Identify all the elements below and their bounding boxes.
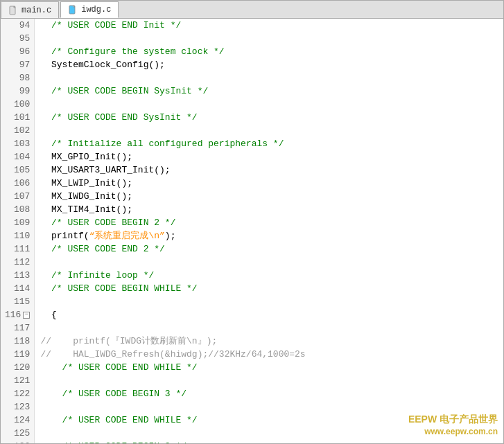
fold-marker[interactable]: − xyxy=(23,312,30,319)
code-line: /* Configure the system clock */ xyxy=(40,45,501,58)
code-line: MX_IWDG_Init(); xyxy=(40,190,501,203)
tab-bar: main.ciwdg.c xyxy=(1,1,503,19)
line-number: 106 xyxy=(5,177,30,190)
line-number: 103 xyxy=(5,137,30,150)
file-icon xyxy=(8,6,18,15)
file-icon xyxy=(68,5,78,15)
line-number: 123 xyxy=(5,400,30,414)
line-number: 126 xyxy=(5,440,30,443)
line-number: 102 xyxy=(5,124,30,137)
tab-label: main.c xyxy=(21,6,51,15)
code-lines: /* USER CODE END Init */ /* Configure th… xyxy=(35,19,503,443)
line-number: 101 xyxy=(5,111,30,124)
line-number: 124 xyxy=(5,414,30,427)
code-line xyxy=(40,321,501,335)
line-number: 100 xyxy=(5,98,30,111)
line-number: 121 xyxy=(5,374,30,387)
line-number: 116− xyxy=(5,308,30,321)
code-line xyxy=(40,374,501,387)
code-line: // printf(『IWDG计数刷新前\n』); xyxy=(40,335,501,348)
code-line: /* USER CODE END 2 */ xyxy=(40,242,501,256)
code-line: SystemClock_Config(); xyxy=(40,58,501,71)
code-line: // HAL_IWDG_Refresh(&hiwdg);//32KHz/64,1… xyxy=(40,348,501,361)
code-line: /* USER CODE BEGIN 3 */ xyxy=(40,387,501,400)
code-line: /* Infinite loop */ xyxy=(40,269,501,282)
line-number: 97 xyxy=(5,58,30,71)
line-number: 108 xyxy=(5,203,30,216)
code-line xyxy=(40,98,501,111)
line-number: 94 xyxy=(5,19,30,32)
code-line xyxy=(40,427,501,440)
line-number: 115 xyxy=(5,295,30,308)
code-line: /* USER CODE END WHILE */ xyxy=(40,361,501,374)
line-number: 120 xyxy=(5,361,30,374)
line-number: 109 xyxy=(5,216,30,229)
code-line xyxy=(40,256,501,269)
line-number: 96 xyxy=(5,45,30,58)
line-number: 113 xyxy=(5,269,30,282)
editor-container: main.ciwdg.c 949596979899100101102103104… xyxy=(0,0,504,444)
line-number: 111 xyxy=(5,242,30,256)
code-line: printf(“系统重启完成\n”); xyxy=(40,229,501,242)
line-number: 114 xyxy=(5,282,30,295)
code-line xyxy=(40,32,501,45)
line-number: 110 xyxy=(5,229,30,242)
line-numbers: 9495969798991001011021031041051061071081… xyxy=(1,19,35,443)
code-line: MX_GPIO_Init(); xyxy=(40,150,501,163)
code-line xyxy=(40,124,501,137)
line-number: 125 xyxy=(5,427,30,440)
code-line: /* Initialize all configured peripherals… xyxy=(40,137,501,150)
line-number: 98 xyxy=(5,71,30,85)
code-line: /* USER CODE END Init */ xyxy=(40,19,501,32)
line-number: 107 xyxy=(5,190,30,203)
line-number: 95 xyxy=(5,32,30,45)
code-line: /* USER CODE BEGIN SysInit */ xyxy=(40,85,501,98)
line-number: 122 xyxy=(5,387,30,400)
line-number: 105 xyxy=(5,163,30,177)
code-line: MX_LWIP_Init(); xyxy=(40,177,501,190)
code-line: MX_TIM4_Init(); xyxy=(40,203,501,216)
line-number: 112 xyxy=(5,256,30,269)
code-area: 9495969798991001011021031041051061071081… xyxy=(1,19,503,443)
tab-iwdg-c[interactable]: iwdg.c xyxy=(60,1,119,18)
code-line: /* USER CODE END WHILE */ xyxy=(40,414,501,427)
code-line: /* USER CODE BEGIN 2 */ xyxy=(40,216,501,229)
code-line: /* USER CODE END SysInit */ xyxy=(40,111,501,124)
code-line xyxy=(40,400,501,414)
code-line xyxy=(40,71,501,85)
tab-main-c[interactable]: main.c xyxy=(1,1,59,18)
code-line: { xyxy=(40,308,501,321)
code-line: /* USER CODE BEGIN WHILE */ xyxy=(40,282,501,295)
line-number: 104 xyxy=(5,150,30,163)
line-number: 119 xyxy=(5,348,30,361)
line-number: 99 xyxy=(5,85,30,98)
code-line: MX_USART3_UART_Init(); xyxy=(40,163,501,177)
code-line xyxy=(40,295,501,308)
line-number: 118 xyxy=(5,335,30,348)
line-number: 117 xyxy=(5,321,30,335)
editor-wrapper: 9495969798991001011021031041051061071081… xyxy=(1,19,503,443)
code-line: /* USER CODE BEGIN 3 */ xyxy=(40,440,501,443)
tab-label: iwdg.c xyxy=(81,5,111,15)
